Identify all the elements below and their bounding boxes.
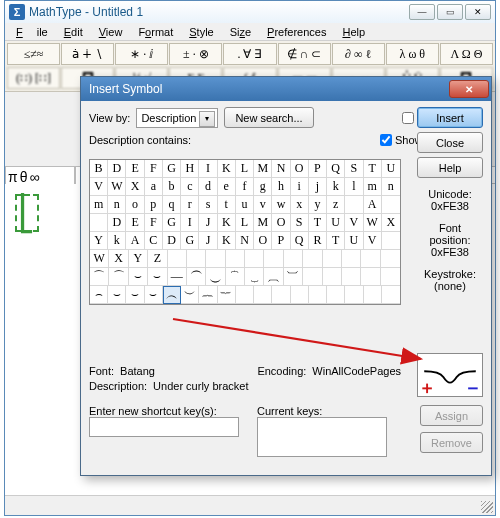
symbol-cell[interactable] [272,286,290,304]
close-dialog-button[interactable]: Close [417,132,483,153]
symbol-cell[interactable]: W [108,178,126,196]
toolbar-cell[interactable]: ± ∙ ⊗ [169,43,222,65]
menu-view[interactable]: View [92,25,130,39]
symbol-cell[interactable] [323,250,342,268]
symbol-cell[interactable]: z [327,196,345,214]
symbol-cell[interactable] [291,286,309,304]
symbol-cell[interactable]: Y [90,232,108,250]
symbol-cell[interactable]: e [218,178,236,196]
menu-file[interactable]: File [9,25,55,39]
symbol-cell[interactable] [345,286,363,304]
symbol-cell[interactable]: W [90,250,109,268]
toolbar-cell[interactable]: ȧ ∔ ∖ [61,43,114,65]
symbol-cell[interactable]: V [364,232,382,250]
symbol-cell[interactable] [342,268,361,286]
symbol-cell[interactable] [226,250,245,268]
symbol-cell[interactable]: v [254,196,272,214]
symbol-cell[interactable] [187,250,206,268]
symbol-cell[interactable] [254,286,272,304]
symbol-cell[interactable]: t [218,196,236,214]
symbol-cell[interactable]: E [126,160,144,178]
symbol-cell[interactable]: ⏜ [187,268,206,286]
symbol-cell[interactable]: S [345,160,363,178]
symbol-cell[interactable]: O [272,214,290,232]
symbol-cell[interactable] [309,286,327,304]
symbol-cell[interactable]: I [181,214,199,232]
symbol-cell[interactable]: U [327,214,345,232]
symbol-cell[interactable]: T [364,160,382,178]
symbol-cell[interactable]: ︶ [181,286,199,304]
symbol-cell[interactable]: L [236,214,254,232]
symbol-cell[interactable]: ︵ [163,286,181,304]
symbol-cell[interactable]: F [145,160,163,178]
symbol-cell[interactable]: ︸ [218,286,236,304]
symbol-cell[interactable]: ⌣ [126,286,144,304]
symbol-cell[interactable] [364,286,382,304]
symbol-cell[interactable] [361,268,380,286]
symbol-cell[interactable]: Z [148,250,167,268]
symbol-cell[interactable] [284,250,303,268]
symbol-cell[interactable]: T [309,214,327,232]
symbol-cell[interactable]: T [327,232,345,250]
symbol-cell[interactable]: K [218,232,236,250]
symbol-cell[interactable]: h [272,178,290,196]
symbol-cell[interactable]: D [108,214,126,232]
toolbar-cell[interactable]: ∗ ∙ ⅈ [115,43,168,65]
toolbar-cell[interactable]: Λ Ω Θ [440,43,493,65]
symbol-cell[interactable]: ⌒ [90,268,109,286]
symbol-cell[interactable]: r [181,196,199,214]
symbol-cell[interactable]: K [218,214,236,232]
symbol-cell[interactable] [323,268,342,286]
symbol-cell[interactable]: q [163,196,181,214]
symbol-cell[interactable]: B [90,160,108,178]
dialog-close-button[interactable]: ✕ [449,80,489,98]
menu-preferences[interactable]: Preferences [260,25,333,39]
symbol-cell[interactable]: ⌣ [108,286,126,304]
symbol-cell[interactable]: ︷ [199,286,217,304]
minimize-button[interactable]: — [409,4,435,20]
symbol-cell[interactable]: a [145,178,163,196]
symbol-cell[interactable]: F [145,214,163,232]
symbol-cell[interactable] [236,286,254,304]
symbol-cell[interactable] [382,286,400,304]
symbol-cell[interactable]: ⏝ [206,268,225,286]
symbol-cell[interactable] [382,232,400,250]
symbol-cell[interactable] [245,250,264,268]
maximize-button[interactable]: ▭ [437,4,463,20]
symbol-cell[interactable]: ⏠ [264,268,283,286]
symbol-grid[interactable]: BDEFGHIKLMNOPQSTUVWXabcdefghijklmnmnopqr… [89,159,401,305]
symbol-cell[interactable]: N [272,160,290,178]
help-button[interactable]: Help [417,157,483,178]
symbol-cell[interactable]: l [345,178,363,196]
toolbar-cell[interactable]: . ∀ ∃ [223,43,276,65]
menu-style[interactable]: Style [182,25,220,39]
symbol-cell[interactable]: A [364,196,382,214]
symbol-cell[interactable]: ⌣ [145,286,163,304]
symbol-cell[interactable]: X [382,214,400,232]
symbol-cell[interactable]: Q [327,160,345,178]
symbol-cell[interactable]: m [364,178,382,196]
symbol-cell[interactable]: J [199,214,217,232]
symbol-cell[interactable]: i [291,178,309,196]
toolbar-cell[interactable]: ≤≠≈ [7,43,60,65]
toolbar-cell[interactable]: ∉ ∩ ⊂ [278,43,331,65]
symbol-cell[interactable]: G [163,160,181,178]
symbol-cell[interactable]: E [126,214,144,232]
menu-edit[interactable]: Edit [57,25,90,39]
symbol-cell[interactable]: X [126,178,144,196]
symbol-cell[interactable] [342,250,361,268]
menu-help[interactable]: Help [335,25,372,39]
symbol-cell[interactable]: W [364,214,382,232]
toolbar-cell[interactable]: λ ω θ [386,43,439,65]
symbol-cell[interactable]: m [90,196,108,214]
symbol-cell[interactable] [206,250,225,268]
symbol-cell[interactable] [361,250,380,268]
symbol-cell[interactable]: j [309,178,327,196]
symbol-cell[interactable]: ⌣ [129,268,148,286]
current-keys-listbox[interactable] [257,417,387,457]
symbol-cell[interactable]: N [236,232,254,250]
symbol-cell[interactable]: ⌒ [109,268,128,286]
symbol-cell[interactable]: U [345,232,363,250]
symbol-cell[interactable]: P [309,160,327,178]
menu-size[interactable]: Size [223,25,258,39]
